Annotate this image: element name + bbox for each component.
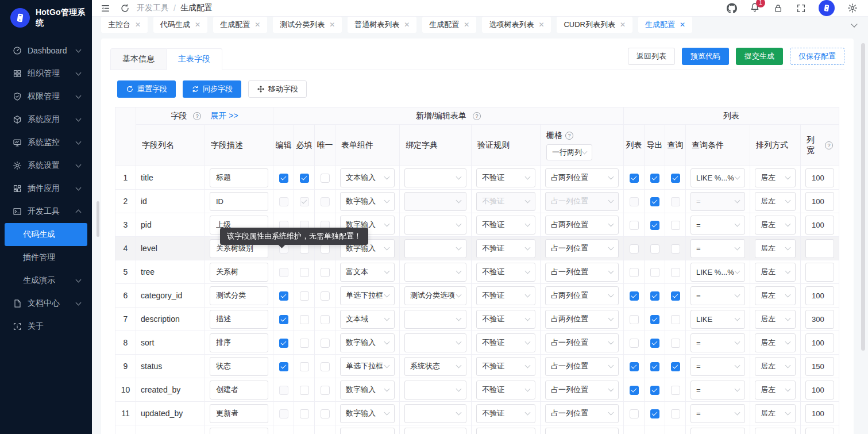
align-select[interactable]: 居左 (755, 357, 796, 376)
validation-select[interactable]: 不验证 (476, 263, 535, 282)
page-scrollbar-thumb[interactable] (861, 43, 865, 351)
grid-select[interactable]: 占一列位置 (545, 381, 619, 400)
export-checkbox[interactable] (650, 197, 659, 206)
help-icon[interactable]: ? (473, 112, 481, 120)
breadcrumb-parent[interactable]: 开发工具 (137, 3, 169, 13)
query-cond-select[interactable]: = (690, 216, 745, 235)
width-input[interactable] (805, 404, 834, 423)
sidebar-item-about[interactable]: 关于 (0, 315, 92, 338)
grid-layout-select[interactable]: 一行两列 (546, 144, 592, 160)
query-cond-select[interactable]: LIKE %...% (690, 168, 745, 187)
width-input[interactable] (805, 192, 834, 211)
sidebar-item-sys-app[interactable]: 系统应用 (0, 108, 92, 131)
save-config-only-button[interactable]: 仅保存配置 (790, 48, 844, 65)
export-checkbox[interactable] (650, 339, 659, 348)
validation-select[interactable]: 不验证 (476, 404, 535, 423)
edit-checkbox[interactable] (279, 174, 288, 183)
close-icon[interactable]: ✕ (464, 21, 469, 29)
sidebar-item-codegen[interactable]: 代码生成 (5, 223, 87, 246)
query-cond-select[interactable]: = (690, 286, 745, 305)
component-select[interactable]: 单选下拉框 (340, 357, 395, 376)
query-checkbox[interactable] (671, 386, 680, 395)
field-desc-input[interactable] (210, 428, 268, 434)
query-cond-select[interactable]: LIKE (690, 310, 745, 329)
validation-select[interactable]: 不验证 (476, 381, 535, 400)
back-to-list-button[interactable]: 返回列表 (628, 48, 675, 65)
list-checkbox[interactable] (630, 386, 639, 395)
query-checkbox[interactable] (671, 221, 680, 230)
tag-tab[interactable]: 生成配置✕ (422, 17, 476, 33)
field-desc-input[interactable] (210, 192, 268, 211)
align-select[interactable]: 居左 (755, 404, 796, 423)
query-checkbox[interactable] (671, 291, 680, 301)
sidebar-item-sys-settings[interactable]: 系统设置 (0, 154, 92, 177)
preview-code-button[interactable]: 预览代码 (682, 48, 729, 65)
sidebar-item-devtools[interactable]: 开发工具 (0, 200, 92, 223)
tag-tab[interactable]: 普通树表列表✕ (348, 17, 416, 33)
grid-select[interactable]: 占一列位置 (545, 263, 619, 282)
unique-checkbox[interactable] (321, 315, 330, 324)
unique-checkbox[interactable] (321, 291, 330, 301)
tag-tab[interactable]: 代码生成✕ (153, 17, 207, 33)
field-desc-input[interactable] (210, 263, 268, 282)
list-checkbox[interactable] (630, 362, 639, 371)
list-checkbox[interactable] (630, 221, 639, 230)
validation-select[interactable]: 不验证 (476, 216, 535, 235)
github-icon[interactable] (727, 3, 737, 13)
grid-select[interactable]: 占两列位置 (545, 286, 619, 305)
component-select[interactable]: 文本输入 (340, 168, 395, 187)
field-desc-input[interactable] (210, 168, 268, 187)
list-checkbox[interactable] (630, 339, 639, 348)
sidebar-item-permission[interactable]: 权限管理 (0, 85, 92, 108)
list-checkbox[interactable] (630, 315, 639, 324)
component-select[interactable]: 单选下拉框 (340, 286, 395, 305)
lock-screen-icon[interactable] (773, 3, 783, 13)
required-checkbox[interactable] (300, 291, 309, 301)
unique-checkbox[interactable] (321, 339, 330, 348)
help-icon[interactable]: ? (825, 141, 833, 149)
component-select[interactable]: 数字输入 (340, 192, 395, 211)
validation-select[interactable]: 不验证 (476, 286, 535, 305)
edit-checkbox[interactable] (279, 315, 288, 324)
required-checkbox[interactable] (300, 339, 309, 348)
grid-select[interactable]: 占一列位置 (545, 404, 619, 423)
query-cond-select[interactable]: = (690, 404, 745, 423)
reset-fields-button[interactable]: 重置字段 (117, 80, 176, 98)
collapse-sidebar-icon[interactable] (100, 3, 110, 13)
edit-checkbox[interactable] (279, 339, 288, 348)
dict-select[interactable]: 系统状态 (404, 357, 466, 376)
list-checkbox[interactable] (630, 291, 639, 301)
export-checkbox[interactable] (650, 221, 659, 230)
width-input[interactable] (805, 239, 834, 258)
help-icon[interactable]: ? (565, 132, 573, 140)
export-checkbox[interactable] (650, 174, 659, 183)
sidebar-item-org[interactable]: 组织管理 (0, 62, 92, 85)
unique-checkbox[interactable] (321, 409, 330, 418)
query-checkbox[interactable] (671, 339, 680, 348)
query-checkbox[interactable] (671, 315, 680, 324)
component-select[interactable] (340, 428, 395, 434)
close-icon[interactable]: ✕ (254, 21, 260, 29)
tag-tab[interactable]: 测试分类列表✕ (273, 17, 342, 33)
tag-tab[interactable]: 生成配置✕ (213, 17, 267, 33)
dict-select[interactable] (404, 428, 466, 434)
edit-checkbox[interactable] (279, 291, 288, 301)
align-select[interactable]: 居左 (755, 381, 796, 400)
refresh-icon[interactable] (119, 3, 130, 13)
list-checkbox[interactable] (630, 244, 639, 254)
align-select[interactable]: 居左 (755, 310, 796, 329)
validation-select[interactable]: 不验证 (476, 333, 535, 352)
tag-tab[interactable]: CUDR列表列表✕ (557, 17, 632, 33)
field-desc-input[interactable] (210, 404, 268, 423)
width-input[interactable] (805, 333, 834, 352)
submit-generate-button[interactable]: 提交生成 (736, 48, 783, 65)
width-input[interactable] (805, 310, 834, 329)
query-checkbox[interactable] (671, 244, 680, 254)
field-desc-input[interactable] (210, 381, 268, 400)
fullscreen-icon[interactable] (796, 3, 806, 13)
width-input[interactable] (805, 263, 834, 282)
align-select[interactable]: 居左 (755, 286, 796, 305)
move-fields-button[interactable]: 移动字段 (248, 80, 307, 98)
tag-tab[interactable]: 主控台✕ (101, 17, 148, 33)
align-select[interactable] (755, 428, 796, 434)
